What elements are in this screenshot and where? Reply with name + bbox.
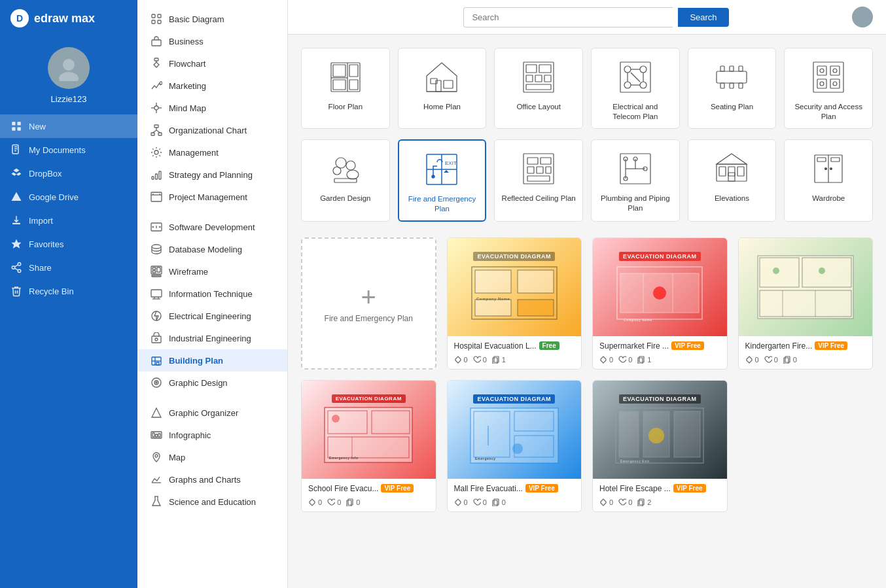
search-button[interactable]: Search: [678, 8, 728, 27]
sample-card-hospital-evac[interactable]: EVACUATION DIAGRAM Company Name H: [447, 237, 582, 370]
search-input[interactable]: [463, 7, 673, 27]
hospital-badge: Free: [539, 341, 559, 350]
sidebar-item-dropbox-label: DropBox: [29, 169, 62, 179]
svg-rect-92: [544, 75, 551, 82]
cat-software-dev[interactable]: Software Development: [137, 216, 287, 238]
home-plan-label: Home Plan: [423, 102, 461, 112]
cat-mind-map-label: Mind Map: [169, 103, 206, 113]
cat-database[interactable]: Database Modeling: [137, 238, 287, 260]
svg-rect-67: [152, 433, 154, 437]
cat-project-mgmt-label: Project Management: [169, 192, 247, 202]
seating-plan-label: Seating Plan: [711, 102, 753, 112]
plumbing-icon: [616, 149, 655, 188]
cat-infographic[interactable]: Infographic: [137, 424, 287, 446]
svg-rect-146: [719, 167, 726, 176]
sidebar-item-my-documents[interactable]: My Documents: [0, 138, 137, 162]
template-electrical-telecom[interactable]: Electrical and Telecom Plan: [591, 48, 680, 129]
svg-rect-3: [18, 122, 21, 125]
svg-text:Emergency Exit: Emergency Exit: [620, 459, 650, 463]
cat-flowchart[interactable]: Flowchart: [137, 52, 287, 75]
sample-card-new[interactable]: + Fire and Emergency Plan: [301, 237, 436, 370]
svg-rect-182: [784, 358, 789, 364]
cat-project-management[interactable]: Project Management: [137, 186, 287, 208]
cat-industrial[interactable]: Industrial Engineering: [137, 327, 287, 349]
school-hearts: 0: [327, 498, 341, 506]
svg-marker-82: [427, 63, 457, 92]
sample-card-hotel[interactable]: EVACUATION DIAGRAM Emergency Exit: [592, 380, 728, 512]
cat-org-chart[interactable]: Organizational Chart: [137, 119, 287, 141]
svg-point-119: [833, 82, 837, 86]
template-garden-design[interactable]: Garden Design: [301, 139, 390, 222]
sample-card-kindergarten[interactable]: Kindergarten Fire... VIP Free 0 0: [738, 237, 874, 370]
template-office-layout[interactable]: Office Layout: [494, 48, 583, 129]
svg-rect-190: [348, 499, 353, 505]
cat-graphs-charts[interactable]: Graphs and Charts: [137, 468, 287, 491]
sidebar-item-recycle-bin[interactable]: Recycle Bin: [0, 279, 137, 303]
cat-map[interactable]: Map: [137, 446, 287, 468]
sidebar-item-favorites[interactable]: Favorites: [0, 232, 137, 256]
cat-science-education[interactable]: Science and Education: [137, 491, 287, 513]
garden-design-icon: [326, 149, 365, 188]
cat-infographic-label: Infographic: [169, 430, 211, 440]
sidebar-item-import[interactable]: Import: [0, 209, 137, 232]
template-plumbing[interactable]: Plumbing and Piping Plan: [591, 139, 680, 222]
cat-mind-map[interactable]: Mind Map: [137, 97, 287, 119]
seating-plan-icon: [712, 58, 751, 97]
cat-info-tech[interactable]: Information Technique: [137, 283, 287, 305]
svg-rect-91: [535, 75, 542, 82]
electrical-telecom-icon: [616, 58, 655, 97]
cat-graphic-organizer[interactable]: Graphic Organizer: [137, 402, 287, 424]
svg-marker-9: [12, 239, 22, 249]
template-security-access[interactable]: Security and Access Plan: [784, 48, 873, 129]
cat-strategy[interactable]: Strategy and Planning: [137, 164, 287, 186]
sidebar-item-google-drive[interactable]: Google Drive: [0, 185, 137, 209]
template-elevations[interactable]: Elevations: [688, 139, 777, 222]
cat-management-label: Management: [169, 148, 219, 158]
cat-management[interactable]: Management: [137, 141, 287, 164]
sidebar-item-new[interactable]: New: [0, 114, 137, 138]
cat-graphic-design[interactable]: Graphic Design: [137, 372, 287, 394]
svg-rect-30: [151, 133, 154, 135]
template-fire-emergency[interactable]: EXIT Fire and Emergency Plan: [398, 139, 487, 222]
svg-rect-150: [728, 173, 735, 181]
mind-map-icon: [151, 102, 162, 114]
cat-business[interactable]: Business: [137, 30, 287, 52]
sidebar: D edraw max Lizzie123 New My Documents D…: [0, 0, 137, 588]
svg-rect-88: [526, 65, 537, 73]
electrical-icon: [151, 310, 162, 322]
sample-card-school[interactable]: EVACUATION DIAGRAM Emergency Info: [301, 380, 436, 512]
template-section: Floor Plan Home Plan: [301, 48, 873, 222]
svg-rect-2: [12, 122, 15, 125]
hospital-copies: 1: [492, 356, 506, 364]
sample-footer-supermarket: Supermarket Fire ... VIP Free: [593, 336, 727, 356]
app-logo[interactable]: D edraw max: [0, 0, 137, 37]
cat-electrical[interactable]: Electrical Engineering: [137, 305, 287, 327]
documents-icon: [10, 144, 22, 156]
cat-map-label: Map: [169, 453, 185, 462]
svg-text:Emergency: Emergency: [475, 457, 495, 460]
security-access-label: Security and Access Plan: [791, 102, 866, 122]
svg-rect-93: [526, 84, 551, 90]
sample-footer-school: School Fire Evacu... VIP Free: [302, 479, 436, 498]
school-diag-thumb: EVACUATION DIAGRAM Emergency Info: [302, 381, 436, 479]
cat-basic-diagram[interactable]: Basic Diagram: [137, 8, 287, 30]
template-floor-plan[interactable]: Floor Plan: [301, 48, 390, 129]
svg-point-116: [820, 69, 824, 73]
sidebar-item-share[interactable]: Share: [0, 256, 137, 279]
cat-building-plan[interactable]: Building Plan: [137, 349, 287, 372]
template-wardrobe[interactable]: Wardrobe: [784, 139, 873, 222]
sample-card-mall[interactable]: EVACUATION DIAGRAM Emergency: [447, 380, 582, 512]
sample-card-supermarket[interactable]: EVACUATION DIAGRAM Company Name S: [592, 237, 728, 370]
sidebar-item-share-label: Share: [29, 263, 52, 273]
svg-rect-134: [537, 167, 543, 173]
template-reflected-ceiling[interactable]: Reflected Ceiling Plan: [494, 139, 583, 222]
cat-wireframe[interactable]: Wireframe: [137, 260, 287, 283]
sidebar-item-dropbox[interactable]: DropBox: [0, 162, 137, 185]
svg-rect-204: [674, 411, 700, 457]
cat-marketing-label: Marketing: [169, 81, 206, 91]
template-seating-plan[interactable]: Seating Plan: [688, 48, 777, 129]
template-home-plan[interactable]: Home Plan: [398, 48, 487, 129]
svg-rect-16: [158, 14, 161, 18]
cat-marketing[interactable]: Marketing: [137, 75, 287, 97]
svg-point-73: [860, 13, 865, 18]
